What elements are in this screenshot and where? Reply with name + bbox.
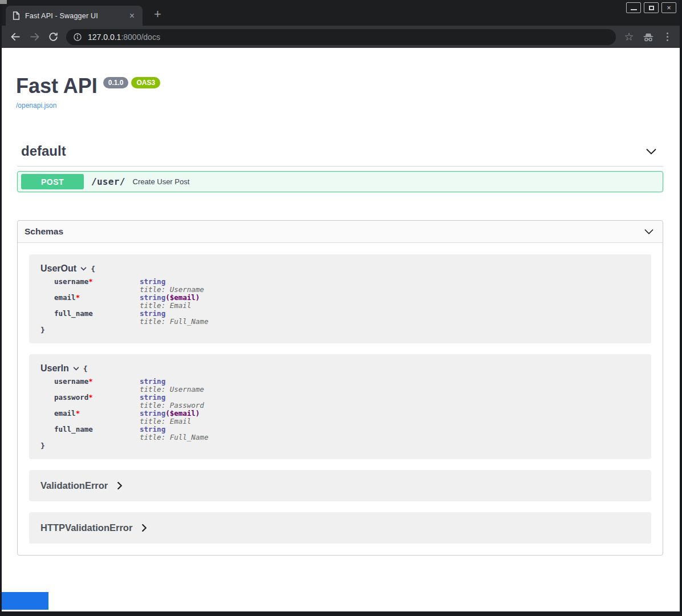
tag-name: default	[21, 143, 66, 159]
browser-menu-icon[interactable]	[659, 30, 675, 43]
model-userin: UserIn { username* stringtitle: Username	[29, 354, 651, 459]
prop-title: title: Email	[140, 302, 208, 310]
close-window-button[interactable]: ×	[661, 2, 676, 13]
prop-name: full_name	[54, 309, 93, 318]
model-properties: username* stringtitle: Username email* s…	[54, 278, 208, 326]
model-userout: UserOut { username* stringtitle: Usernam…	[29, 254, 651, 343]
prop-name: username	[54, 377, 88, 386]
property-row: username* stringtitle: Username	[54, 278, 208, 294]
prop-name: full_name	[54, 425, 93, 433]
prop-format: ($email)	[165, 409, 200, 418]
incognito-icon	[638, 31, 659, 43]
property-row: username* stringtitle: Username	[54, 378, 208, 394]
chevron-down-icon[interactable]	[80, 267, 87, 271]
property-row: password* stringtitle: Password	[54, 394, 208, 410]
endpoint-path: /user/	[91, 176, 125, 187]
swagger-page: Fast API 0.1.0 OAS3 /openapi.json defaul…	[2, 48, 680, 611]
url-host: 127.0.0.1	[88, 33, 121, 42]
back-button[interactable]	[6, 28, 25, 46]
prop-title: title: Full_Name	[140, 318, 208, 326]
prop-type: string	[140, 425, 165, 433]
required-star: *	[76, 293, 80, 302]
maximize-icon	[649, 6, 654, 10]
forward-button[interactable]	[25, 28, 44, 46]
model-userout-header[interactable]: UserOut {	[40, 264, 640, 274]
prop-title: title: Email	[140, 418, 208, 425]
api-title: Fast API	[16, 75, 98, 97]
api-info: Fast API 0.1.0 OAS3 /openapi.json	[16, 75, 663, 110]
post-method-badge: POST	[21, 174, 84, 189]
site-info-icon[interactable]	[73, 33, 82, 42]
model-validationerror[interactable]: ValidationError	[29, 470, 651, 501]
model-name: UserIn	[40, 363, 69, 374]
property-row: email* string($email)title: Email	[54, 410, 208, 425]
url-text: 127.0.0.1:8000/docs	[88, 33, 160, 42]
default-tag-header[interactable]: default	[17, 143, 663, 167]
chevron-right-icon	[117, 482, 122, 489]
required-star: *	[88, 393, 93, 402]
prop-title: title: Username	[140, 286, 208, 294]
prop-type: string	[140, 293, 165, 302]
prop-name: password	[54, 393, 88, 402]
schemas-header[interactable]: Schemas	[18, 221, 663, 243]
model-name: UserOut	[40, 264, 76, 274]
prop-title: title: Full_Name	[140, 433, 208, 441]
maximize-button[interactable]	[644, 2, 659, 13]
models-list: UserOut { username* stringtitle: Usernam…	[18, 243, 663, 555]
default-tag-section: default POST /user/ Create User Post	[17, 143, 663, 192]
prop-type: string	[140, 377, 165, 386]
chevron-down-icon[interactable]	[73, 367, 79, 371]
chevron-right-icon	[142, 524, 147, 532]
chevron-down-icon[interactable]	[646, 148, 656, 155]
window-controls: ×	[626, 2, 676, 13]
tab-title: Fast API - Swagger UI	[25, 12, 127, 20]
new-tab-button[interactable]: +	[151, 7, 165, 22]
minimize-button[interactable]	[626, 2, 641, 13]
prop-type: string	[140, 309, 165, 318]
close-brace: }	[40, 441, 640, 450]
post-user-endpoint[interactable]: POST /user/ Create User Post	[17, 171, 663, 192]
prop-title: title: Password	[140, 402, 208, 410]
screen-corner-artifact	[0, 0, 7, 4]
property-row: email* string($email)title: Email	[54, 294, 208, 310]
property-row: full_name stringtitle: Full_Name	[54, 310, 208, 326]
prop-type: string	[140, 393, 165, 402]
open-brace: {	[83, 364, 88, 373]
address-bar[interactable]: 127.0.0.1:8000/docs	[66, 29, 616, 45]
status-bubble	[2, 592, 48, 610]
model-name: ValidationError	[40, 480, 108, 491]
prop-name: email	[54, 293, 76, 302]
prop-type: string	[140, 409, 165, 418]
open-brace: {	[91, 265, 95, 273]
model-httpvalidationerror[interactable]: HTTPValidationError	[29, 512, 651, 544]
chevron-down-icon[interactable]	[644, 229, 653, 234]
close-brace: }	[40, 326, 640, 334]
prop-type: string	[140, 277, 165, 286]
prop-name: email	[54, 409, 76, 418]
url-path: :8000/docs	[121, 33, 160, 42]
browser-window: Fast API - Swagger UI × + ×	[0, 0, 682, 616]
page-document-icon	[13, 11, 20, 20]
prop-format: ($email)	[165, 293, 200, 302]
browser-tab[interactable]: Fast API - Swagger UI ×	[6, 6, 143, 26]
schemas-title: Schemas	[25, 226, 63, 237]
openapi-spec-link[interactable]: /openapi.json	[16, 102, 56, 110]
tab-close-icon[interactable]: ×	[127, 10, 137, 22]
browser-toolbar: 127.0.0.1:8000/docs ☆	[2, 26, 680, 48]
prop-name: username	[54, 277, 88, 286]
model-name: HTTPValidationError	[40, 522, 132, 533]
model-userin-header[interactable]: UserIn {	[40, 363, 640, 374]
minimize-icon	[631, 9, 637, 10]
property-row: full_name stringtitle: Full_Name	[54, 425, 208, 441]
required-star: *	[88, 277, 93, 286]
model-properties: username* stringtitle: Username password…	[54, 378, 208, 441]
reload-button[interactable]	[44, 28, 63, 46]
tab-strip: Fast API - Swagger UI × + ×	[2, 0, 680, 26]
version-badge: 0.1.0	[103, 77, 129, 88]
required-star: *	[88, 377, 93, 386]
bookmark-star-icon[interactable]: ☆	[620, 31, 638, 42]
oas3-badge: OAS3	[131, 77, 160, 88]
endpoint-summary: Create User Post	[133, 177, 190, 186]
schemas-section: Schemas UserOut {	[17, 220, 663, 556]
required-star: *	[76, 409, 80, 418]
